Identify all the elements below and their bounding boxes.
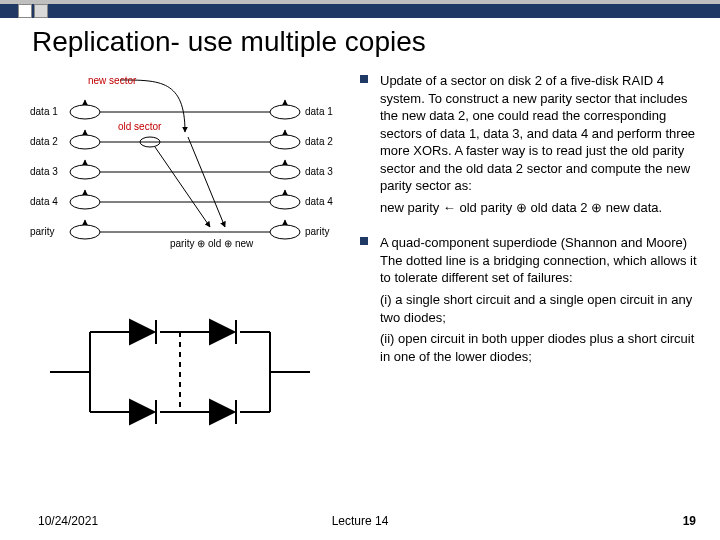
bullet-1-sub: new parity ← old parity ⊕ old data 2 ⊕ n… [380,199,700,217]
svg-point-9 [270,225,300,239]
label-old-sector: old sector [118,121,162,132]
svg-point-8 [270,195,300,209]
bullet-list: Update of a sector on disk 2 of a five-d… [360,72,700,383]
accent-square-grey [34,4,48,18]
svg-point-6 [270,135,300,149]
svg-line-16 [155,147,210,227]
bullet-2-text: A quad-component superdiode (Shannon and… [380,235,697,285]
svg-point-5 [270,105,300,119]
svg-point-2 [70,165,100,179]
slide: Replication- use multiple copies [0,0,720,540]
superdiode-figure [50,302,310,442]
label-parity-r: parity [305,226,329,237]
label-data4-r: data 4 [305,196,333,207]
footer-page-number: 19 [683,514,696,528]
label-parity: parity [30,226,54,237]
label-new-sector: new sector [88,75,137,86]
label-parity-formula: parity ⊕ old ⊕ new [170,238,254,249]
label-data1-r: data 1 [305,106,333,117]
bullet-2-sub1: (i) a single short circuit and a single … [380,291,700,326]
label-data2: data 2 [30,136,58,147]
svg-point-3 [70,195,100,209]
slide-title: Replication- use multiple copies [32,26,426,58]
svg-point-0 [70,105,100,119]
svg-point-7 [270,165,300,179]
label-data3: data 3 [30,166,58,177]
footer-center: Lecture 14 [0,514,720,528]
accent-square-light [18,4,32,18]
bullet-2-sub2: (ii) open circuit in both upper diodes p… [380,330,700,365]
bullet-marker-icon [360,237,368,245]
svg-point-4 [70,225,100,239]
label-data3-r: data 3 [305,166,333,177]
bullet-marker-icon [360,75,368,83]
content-area: data 1 data 2 data 3 data 4 parity data … [0,72,720,502]
label-data2-r: data 2 [305,136,333,147]
label-data4: data 4 [30,196,58,207]
svg-line-17 [188,137,225,227]
svg-point-1 [70,135,100,149]
bullet-1: Update of a sector on disk 2 of a five-d… [360,72,700,216]
top-accent [0,0,720,22]
bullet-1-text: Update of a sector on disk 2 of a five-d… [380,73,695,193]
raid-figure: data 1 data 2 data 3 data 4 parity data … [30,72,350,252]
accent-navy-bar [0,4,720,18]
label-data1: data 1 [30,106,58,117]
bullet-2: A quad-component superdiode (Shannon and… [360,234,700,365]
